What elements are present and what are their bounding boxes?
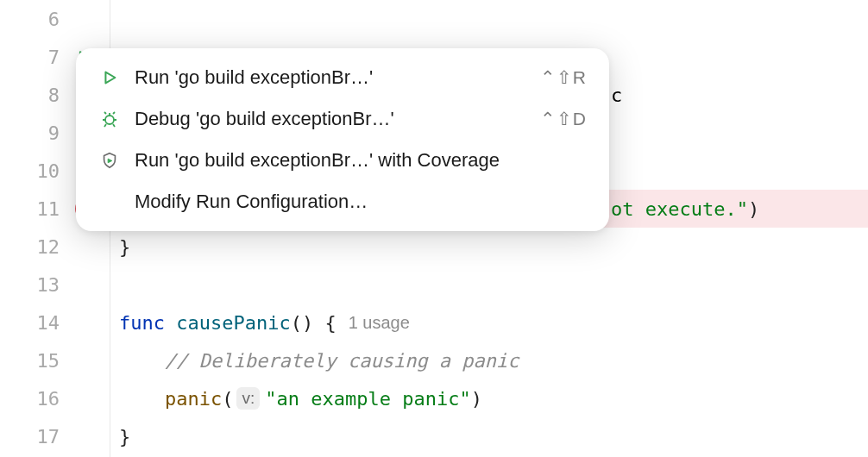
gutter-line: 13 [0,266,110,304]
play-icon [98,66,121,89]
parameter-hint: v: [236,387,260,410]
string-literal: "an example panic" [265,388,470,410]
code-line: panic(v:"an example panic") [110,379,868,417]
gutter-line: 15 [0,341,110,379]
menu-item-label: Run 'go build exceptionBr…' with Coverag… [135,149,587,172]
function-name: causePanic [176,312,290,334]
shield-play-icon [98,149,121,172]
code-line: } [110,228,868,266]
run-context-menu: Run 'go build exceptionBr…' ⌃⇧R Debug 'g… [76,48,609,231]
gutter-line: 16 [0,379,110,417]
menu-item-label: Debug 'go build exceptionBr…' [135,108,526,130]
gutter-line: 12 [0,228,110,266]
keyboard-shortcut: ⌃⇧R [540,67,587,88]
code-line: } [110,417,868,455]
builtin-call: panic [165,388,222,410]
menu-item-label: Run 'go build exceptionBr…' [135,66,526,89]
menu-item-label: Modify Run Configuration… [135,191,587,213]
comment: // Deliberately causing a panic [165,350,519,372]
svg-point-0 [105,116,114,124]
menu-item-modify-config[interactable]: Modify Run Configuration… [76,181,609,222]
gutter-line: 17 [0,417,110,455]
menu-item-run[interactable]: Run 'go build exceptionBr…' ⌃⇧R [76,57,609,98]
code-line: // Deliberately causing a panic [110,341,868,379]
code-line: func causePanic() {1 usage [110,304,868,341]
gutter-line: 6 [0,0,110,38]
keyboard-shortcut: ⌃⇧D [540,109,587,129]
string-literal: ot execute." [611,198,748,220]
gutter-line: 14 [0,304,110,341]
bug-icon [98,108,121,130]
code-line [110,266,868,304]
menu-item-coverage[interactable]: Run 'go build exceptionBr…' with Coverag… [76,140,609,181]
keyword-func: func [119,312,165,334]
code-line [110,0,868,38]
menu-item-debug[interactable]: Debug 'go build exceptionBr…' ⌃⇧D [76,98,609,140]
usages-hint[interactable]: 1 usage [337,313,410,333]
